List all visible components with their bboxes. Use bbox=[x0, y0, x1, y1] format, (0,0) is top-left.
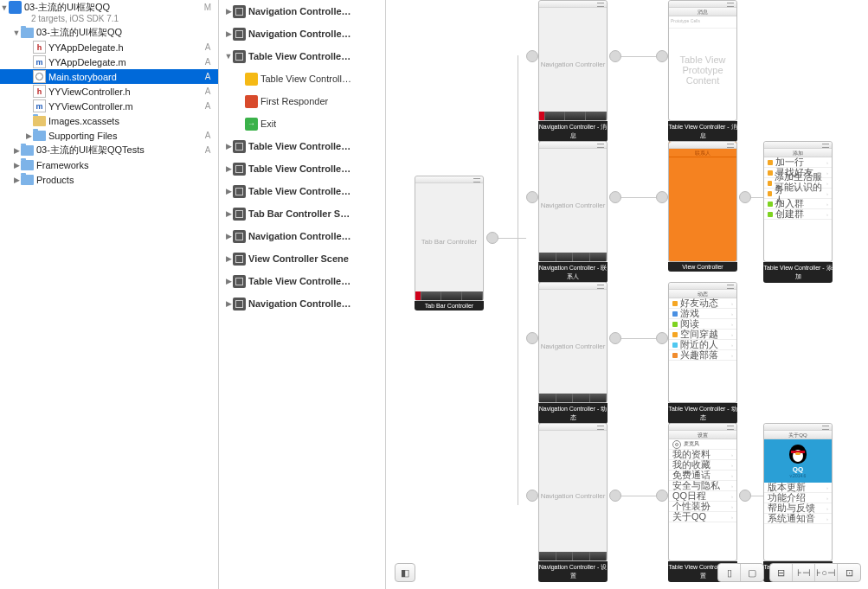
outline-object-row[interactable]: First Responder bbox=[219, 90, 385, 112]
scene-label: Table View Controller - 消息 bbox=[668, 121, 737, 142]
scene-label: Navigation Controller - 联系人 bbox=[538, 262, 608, 283]
table-cell[interactable]: 兴趣部落› bbox=[669, 350, 736, 361]
pin-button[interactable]: ⊦⊣ bbox=[793, 564, 815, 581]
project-row[interactable]: ▼ 03-主流的UI框架QQ M bbox=[0, 0, 218, 15]
outline-scene-row[interactable]: ▶Table View Controlle… bbox=[219, 270, 385, 292]
size-any-button[interactable]: ▯ bbox=[718, 564, 741, 581]
storyboard-canvas[interactable]: Tab Bar Controller Tab Bar Controller Na… bbox=[386, 0, 868, 589]
scene-label: Table View Controller - 动态 bbox=[668, 403, 737, 424]
table-cell[interactable]: 创建群› bbox=[764, 209, 832, 220]
file-appdelegate-h[interactable]: h YYAppDelegate.h A bbox=[0, 40, 218, 54]
scene-tab-bar-controller[interactable]: Tab Bar Controller bbox=[415, 176, 484, 301]
outline-scene-row[interactable]: ▶Tab Bar Controller S… bbox=[219, 202, 385, 225]
file-viewcontroller-m[interactable]: m YYViewController.m A bbox=[0, 99, 218, 113]
penguin-icon bbox=[789, 445, 807, 464]
toggle-outline-button[interactable]: ◧ bbox=[395, 563, 415, 582]
scene-vc-orange[interactable]: 联系人 bbox=[668, 141, 737, 262]
table-cell[interactable]: 好友动态› bbox=[669, 298, 736, 309]
align-button[interactable]: ⊟ bbox=[770, 564, 793, 581]
scene-nav-3[interactable]: Navigation Controller bbox=[538, 282, 608, 403]
outline-object-row[interactable]: →Exit bbox=[219, 112, 385, 135]
align-control[interactable]: ⊟ ⊦⊣ ⊦○⊣ ⊡ bbox=[769, 563, 861, 582]
size-compact-button[interactable]: ▢ bbox=[741, 564, 763, 581]
project-subtitle: 2 targets, iOS SDK 7.1 bbox=[0, 14, 218, 23]
table-cell[interactable]: 关于QQ› bbox=[669, 512, 736, 522]
outline-scene-row[interactable]: ▶Navigation Controlle… bbox=[219, 0, 385, 22]
outline-scene-row[interactable]: ▶Table View Controlle… bbox=[219, 180, 385, 202]
scene-nav-2[interactable]: Navigation Controller bbox=[538, 141, 608, 262]
file-appdelegate-m[interactable]: m YYAppDelegate.m A bbox=[0, 54, 218, 69]
scene-tvc-add[interactable]: 添加 加一行›寻找好友›添加生活服务›可能认识的人›加入群›创建群› bbox=[763, 141, 833, 262]
group-supporting-files[interactable]: ▶ Supporting Files A bbox=[0, 128, 218, 143]
group-frameworks[interactable]: ▶ Frameworks bbox=[0, 157, 218, 172]
table-cell[interactable]: 系统通知音› bbox=[764, 514, 832, 524]
scene-label: Table View Controller - 添加 bbox=[763, 262, 833, 283]
document-outline: ▶Navigation Controlle…▶Navigation Contro… bbox=[219, 0, 386, 589]
scene-label: Navigation Controller - 动态 bbox=[538, 403, 608, 424]
canvas-toolbar: ▯ ▢ ⊟ ⊦⊣ ⊦○⊣ ⊡ bbox=[717, 563, 861, 582]
scene-label: View Controller bbox=[668, 262, 737, 272]
group-main[interactable]: ▼ 03-主流的UI框架QQ bbox=[0, 25, 218, 40]
table-cell[interactable]: 游戏› bbox=[669, 309, 736, 319]
scene-label: Navigation Controller - 消息 bbox=[538, 121, 608, 142]
outline-object-row[interactable]: Table View Controll… bbox=[219, 67, 385, 90]
scene-label: Tab Bar Controller bbox=[415, 301, 484, 311]
outline-scene-row[interactable]: ▶View Controller Scene bbox=[219, 247, 385, 270]
outline-scene-row[interactable]: ▶Navigation Controlle… bbox=[219, 22, 385, 45]
resolve-button[interactable]: ⊦○⊣ bbox=[815, 564, 838, 581]
scene-nav-4[interactable]: Navigation Controller bbox=[538, 423, 608, 561]
resize-button[interactable]: ⊡ bbox=[838, 564, 860, 581]
project-navigator: ▼ 03-主流的UI框架QQ M 2 targets, iOS SDK 7.1 … bbox=[0, 0, 219, 589]
project-name: 03-主流的UI框架QQ bbox=[24, 1, 110, 14]
outline-scene-row[interactable]: ▶Table View Controlle… bbox=[219, 157, 385, 180]
group-products[interactable]: ▶ Products bbox=[0, 172, 218, 187]
scene-tvc-dynamic[interactable]: 动态 好友动态›游戏›阅读›空间穿越›附近的人›兴趣部落› bbox=[668, 282, 737, 403]
scene-tvc-messages[interactable]: 消息 Prototype Cells Table ViewPrototype C… bbox=[668, 0, 737, 121]
outline-scene-row[interactable]: ▶Table View Controlle… bbox=[219, 135, 385, 157]
outline-scene-row[interactable]: ▼Table View Controlle… bbox=[219, 45, 385, 67]
file-main-storyboard[interactable]: Main.storyboard A bbox=[0, 69, 218, 84]
scm-badge: M bbox=[201, 3, 215, 12]
outline-scene-row[interactable]: ▶Navigation Controlle… bbox=[219, 225, 385, 247]
file-viewcontroller-h[interactable]: h YYViewController.h A bbox=[0, 84, 218, 99]
scene-tvc-settings[interactable]: 设置 麦克风 我的资料›我的收藏›免费通话›安全与隐私›QQ日程›个性装扮›关于… bbox=[668, 423, 737, 561]
outline-scene-row[interactable]: ▶Navigation Controlle… bbox=[219, 292, 385, 315]
file-images-xcassets[interactable]: Images.xcassets bbox=[0, 113, 218, 128]
scene-tvc-about[interactable]: 关于QQ QQ v.2014.6 版本更新›功能介绍›帮助与反馈›系统通知音› bbox=[763, 423, 833, 561]
scene-label: Navigation Controller - 设置 bbox=[538, 561, 608, 582]
size-class-control[interactable]: ▯ ▢ bbox=[717, 563, 764, 582]
scene-nav-1[interactable]: Navigation Controller bbox=[538, 0, 608, 121]
group-tests[interactable]: ▶ 03-主流的UI框架QQTests A bbox=[0, 143, 218, 157]
